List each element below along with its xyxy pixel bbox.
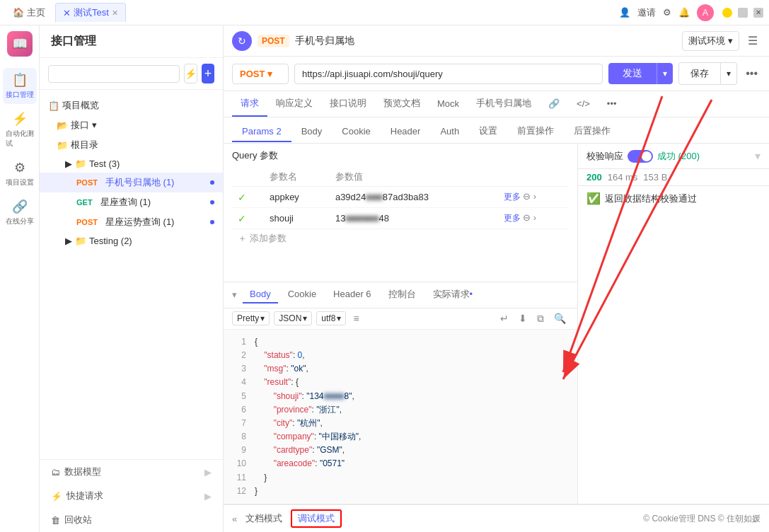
format-select-json[interactable]: JSON ▾ [274, 311, 312, 325]
inner-tab-settings[interactable]: 设置 [469, 120, 507, 143]
inner-tab-header[interactable]: Header [381, 122, 431, 142]
list-icon[interactable]: ≡ [350, 311, 362, 325]
tree-item-constellation-query[interactable]: GET 星座查询 (1) [40, 192, 223, 212]
avatar: A [697, 4, 714, 21]
sidebar-item-online-share[interactable]: 🔗 在线分享 [3, 195, 37, 231]
search-input[interactable] [48, 65, 180, 83]
response-tab-console[interactable]: 控制台 [381, 285, 423, 305]
inner-tab-params[interactable]: Params 2 [232, 122, 291, 142]
env-selector[interactable]: 测试环境 ▾ [682, 31, 739, 51]
inner-tab-body[interactable]: Body [291, 122, 333, 142]
maximize-button[interactable] [738, 8, 748, 18]
arrow-icon-shouji[interactable]: › [533, 212, 536, 223]
param-name-appkey[interactable]: appkey [264, 187, 330, 208]
param-more-appkey[interactable]: 更多 [504, 192, 521, 202]
tab-code-icon[interactable]: </> [568, 93, 599, 116]
settings-icon[interactable]: ⚙ [663, 7, 671, 18]
response-section: ▾ Body Cookie Header 6 控制台 实际请求• Pretty … [224, 282, 577, 504]
status-row: 200 164 ms 153 B [578, 169, 769, 186]
tab-phone-api[interactable]: 手机号归属地 [468, 91, 540, 117]
bell-icon[interactable]: 🔔 [678, 7, 690, 18]
url-input[interactable] [294, 64, 603, 84]
tree-item-constellation-fortune[interactable]: POST 星座运势查询 (1) [40, 212, 223, 232]
collapse-bottom-icon[interactable]: « [232, 514, 237, 524]
response-tab-header[interactable]: Header 6 [326, 286, 378, 303]
sidebar-item-project-settings[interactable]: ⚙ 项目设置 [3, 156, 37, 192]
toggle-dot [642, 151, 652, 161]
copy-icon[interactable]: ⧉ [534, 311, 547, 326]
minimize-button[interactable] [722, 8, 732, 18]
success-chevron-icon[interactable]: ▾ [755, 149, 761, 163]
tree-item-root[interactable]: 📁 根目录 [40, 135, 223, 155]
tab-mock[interactable]: Mock [429, 93, 468, 116]
add-button[interactable]: + [202, 64, 214, 83]
format-select-encoding[interactable]: utf8 ▾ [316, 311, 346, 325]
tree-item-test-folder[interactable]: ▶ 📁 Test (3) [40, 155, 223, 173]
minus-icon-appkey[interactable]: ⊖ [523, 191, 531, 202]
refresh-icon-button[interactable]: ↻ [232, 31, 252, 51]
method-select[interactable]: POST ▾ [232, 64, 289, 84]
response-right-panel: 校验响应 成功 (200) ▾ 200 164 ms 153 B ✅ [578, 144, 769, 504]
format-select-pretty[interactable]: Pretty ▾ [232, 311, 270, 325]
inner-tab-auth[interactable]: Auth [430, 122, 469, 142]
filter-button[interactable]: ⚡ [184, 64, 197, 83]
inner-tab-pre-action[interactable]: 前置操作 [507, 120, 564, 143]
debug-mode-button[interactable]: 调试模式 [291, 509, 342, 528]
inner-tab-post-action[interactable]: 后置操作 [564, 120, 620, 143]
tab-request[interactable]: 请求 [232, 91, 267, 117]
recycle-icon: 🗑 [51, 515, 60, 526]
footer-recycle[interactable]: 🗑 回收站 [40, 508, 223, 532]
tree-item-testing-folder[interactable]: ▶ 📁 Testing (2) [40, 232, 223, 250]
doc-mode-button[interactable]: 文档模式 [245, 512, 282, 525]
home-tab[interactable]: 🏠 主页 [6, 4, 52, 22]
arrow-icon-appkey[interactable]: › [533, 191, 536, 202]
sidebar-item-api-management[interactable]: 📋 接口管理 [3, 68, 37, 104]
tree-item-phone-api[interactable]: POST 手机号归属地 (1) [40, 173, 223, 192]
param-value-appkey[interactable]: a39d24■■■87ad3ba83 [330, 187, 498, 208]
inner-tab-cookie[interactable]: Cookie [332, 122, 380, 142]
add-param-button[interactable]: ＋ 添加参数 [232, 229, 569, 248]
tree-item-project-overview[interactable]: 📋 项目概览 [40, 96, 223, 115]
active-tab[interactable]: ✕ 测试Test ✕ [55, 3, 126, 22]
response-tab-cookie[interactable]: Cookie [281, 286, 323, 303]
send-dropdown-button[interactable]: ▾ [657, 63, 673, 84]
response-tab-actual[interactable]: 实际请求• [426, 285, 480, 305]
hamburger-icon[interactable]: ☰ [745, 31, 761, 50]
footer-data-model[interactable]: 🗂 数据模型 ▶ [40, 460, 223, 484]
tab-more[interactable]: ••• [599, 93, 625, 116]
send-button[interactable]: 发送 [608, 63, 657, 84]
phone-api-label: 手机号归属地 (1) [105, 176, 175, 189]
title-bar: 🏠 主页 ✕ 测试Test ✕ 👤 邀请 ⚙ 🔔 A ✕ [0, 0, 769, 25]
constellation-query-label: 星座查询 (1) [100, 196, 151, 209]
params-title: Query 参数 [232, 149, 569, 162]
param-name-shouji[interactable]: shouji [264, 208, 330, 229]
invite-label[interactable]: 邀请 [637, 6, 656, 19]
response-tab-body[interactable]: Body [243, 286, 278, 303]
method-post-badge2: POST [74, 217, 100, 227]
pass-label: 返回数据结构校验通过 [605, 192, 697, 205]
code-block: 1{ 2 "status": 0, 3 "msg": "ok", 4 "resu… [224, 330, 577, 504]
more-options-icon[interactable]: ••• [743, 64, 761, 83]
success-badge: 成功 (200) [657, 150, 700, 163]
save-dropdown-button[interactable]: ▾ [721, 62, 737, 85]
footer-quick-request[interactable]: ⚡ 快捷请求 ▶ [40, 484, 223, 508]
param-more-shouji[interactable]: 更多 [504, 213, 521, 223]
close-tab-icon[interactable]: ✕ [112, 8, 118, 18]
tab-preview-doc[interactable]: 预览文档 [375, 91, 429, 117]
validate-toggle[interactable] [628, 150, 653, 163]
tree-item-interface[interactable]: 📂 接口 ▾ [40, 115, 223, 135]
wrap-icon[interactable]: ↵ [497, 311, 511, 325]
collapse-response-icon[interactable]: ▾ [232, 289, 237, 300]
tab-api-desc[interactable]: 接口说明 [321, 91, 375, 117]
left-panel-footer: 🗂 数据模型 ▶ ⚡ 快捷请求 ▶ 🗑 回收站 [40, 459, 223, 532]
search-in-response-icon[interactable]: 🔍 [551, 311, 569, 325]
sidebar-item-auto-test[interactable]: ⚡ 自动化测试 [3, 107, 37, 153]
save-button[interactable]: 保存 [678, 62, 721, 85]
tab-link-icon[interactable]: 🔗 [540, 93, 568, 116]
close-button[interactable]: ✕ [753, 8, 763, 18]
tab-response-def[interactable]: 响应定义 [267, 91, 321, 117]
param-value-shouji[interactable]: 13■■■■■■48 [330, 208, 498, 229]
download-icon[interactable]: ⬇ [516, 311, 530, 325]
validate-row: 校验响应 成功 (200) ▾ [578, 144, 769, 169]
minus-icon-shouji[interactable]: ⊖ [523, 212, 531, 223]
